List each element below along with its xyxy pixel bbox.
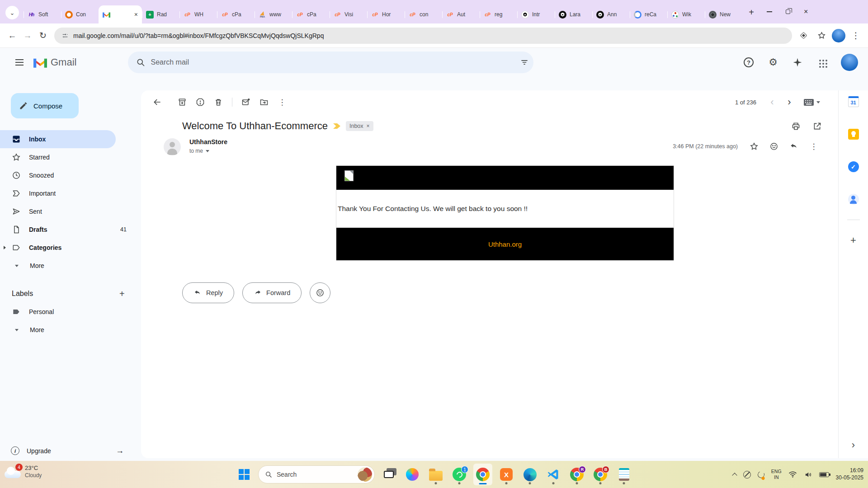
move-to-icon[interactable] xyxy=(255,93,273,111)
browser-tab[interactable]: Intr xyxy=(517,5,555,23)
mark-unread-icon[interactable] xyxy=(237,93,255,111)
browser-tab[interactable]: New xyxy=(705,5,742,23)
sidebar-item-inbox[interactable]: Inbox xyxy=(0,130,116,148)
tab-search-button[interactable]: ⌄ xyxy=(5,6,19,19)
sync-update-icon[interactable] xyxy=(757,470,765,479)
chrome-profile-b-button[interactable]: B xyxy=(591,464,610,485)
browser-tab[interactable]: con xyxy=(405,5,442,23)
google-apps-grid-icon[interactable] xyxy=(813,53,831,71)
taskbar-search[interactable]: Search xyxy=(258,465,375,483)
input-tools-button[interactable] xyxy=(803,99,820,106)
emoji-reaction-icon[interactable] xyxy=(766,138,782,155)
forward-icon[interactable]: → xyxy=(20,28,35,43)
recipient-dropdown[interactable]: to me xyxy=(189,148,227,154)
sidebar-item-categories[interactable]: Categories xyxy=(0,239,116,257)
file-explorer-button[interactable] xyxy=(426,464,445,485)
get-addons-icon[interactable]: + xyxy=(848,235,859,246)
task-view-button[interactable] xyxy=(379,464,398,485)
newer-icon[interactable]: ‹ xyxy=(764,94,780,110)
search-filter-icon[interactable] xyxy=(520,58,529,67)
star-message-icon[interactable] xyxy=(746,138,762,155)
browser-tab[interactable]: Lara xyxy=(555,5,592,23)
browser-tab[interactable]: cPa xyxy=(217,5,255,23)
more-options-icon[interactable]: ⋮ xyxy=(273,93,291,111)
browser-tab[interactable]: Wik xyxy=(667,5,705,23)
battery-icon[interactable] xyxy=(819,472,829,477)
address-bar[interactable]: mail.google.com/mail/u/0/?tab=rm&ogbl#in… xyxy=(54,28,792,44)
archive-icon[interactable] xyxy=(173,93,191,111)
sidebar-item-drafts[interactable]: Drafts 41 xyxy=(0,221,116,239)
browser-tab[interactable]: Soft xyxy=(24,5,61,23)
report-spam-icon[interactable] xyxy=(191,93,209,111)
hidden-icons-icon[interactable] xyxy=(732,473,737,478)
settings-gear-icon[interactable]: ⚙ xyxy=(764,53,782,71)
close-window-icon[interactable]: × xyxy=(804,8,808,15)
browser-tab[interactable]: Rad xyxy=(142,5,179,23)
close-tab-icon[interactable]: × xyxy=(134,11,138,18)
sender-avatar[interactable] xyxy=(164,138,181,155)
compose-button[interactable]: Compose xyxy=(11,93,79,118)
minimize-icon[interactable] xyxy=(767,11,772,12)
vscode-button[interactable] xyxy=(544,464,563,485)
back-to-inbox-icon[interactable] xyxy=(148,93,166,111)
start-button[interactable] xyxy=(235,464,254,485)
browser-tab[interactable]: Aut xyxy=(442,5,480,23)
reload-icon[interactable]: ↻ xyxy=(35,28,51,43)
wifi-icon[interactable] xyxy=(788,471,797,478)
sidebar-item-snoozed[interactable]: Snoozed xyxy=(0,166,116,184)
older-icon[interactable]: › xyxy=(782,94,797,110)
expand-arrow-icon[interactable] xyxy=(4,246,6,249)
sidebar-item-starred[interactable]: Starred xyxy=(0,148,116,166)
browser-tab[interactable]: Ann xyxy=(592,5,630,23)
browser-tab[interactable]: reg xyxy=(480,5,517,23)
gmail-logo[interactable]: Gmail xyxy=(33,56,76,68)
sidebar-label-personal[interactable]: Personal xyxy=(0,303,116,321)
create-label-icon[interactable]: + xyxy=(119,289,125,299)
weather-widget[interactable]: 4 23°C Cloudy xyxy=(5,465,42,479)
browser-tab-active-gmail[interactable]: × xyxy=(99,5,142,23)
sidebar-labels-more[interactable]: More xyxy=(0,321,116,339)
sidebar-item-important[interactable]: Important xyxy=(0,184,116,202)
help-icon[interactable]: ? xyxy=(740,53,758,71)
forward-button[interactable]: Forward xyxy=(242,282,302,303)
open-in-new-icon[interactable] xyxy=(812,122,822,131)
whatsapp-button[interactable]: 1 xyxy=(450,464,469,485)
browser-tab[interactable]: WH xyxy=(179,5,217,23)
print-icon[interactable] xyxy=(791,122,801,131)
browser-tab[interactable]: www xyxy=(255,5,292,23)
keep-icon[interactable] xyxy=(848,128,859,140)
maximize-restore-icon[interactable] xyxy=(786,9,790,14)
touchpad-off-icon[interactable] xyxy=(743,471,751,479)
reading-mode-icon[interactable] xyxy=(796,28,811,43)
message-more-icon[interactable]: ⋮ xyxy=(806,138,822,155)
uthhan-link[interactable]: Uthhan.org xyxy=(488,240,522,248)
browser-tab[interactable]: Visi xyxy=(330,5,367,23)
add-reaction-button[interactable] xyxy=(310,282,330,303)
inbox-label-chip[interactable]: Inbox × xyxy=(346,121,373,131)
reply-icon[interactable] xyxy=(786,138,802,155)
chrome-button-active[interactable] xyxy=(473,464,492,485)
edge-button[interactable] xyxy=(520,464,539,485)
xampp-button[interactable]: X xyxy=(497,464,516,485)
new-tab-button[interactable]: + xyxy=(745,6,758,19)
calendar-icon[interactable]: 31 xyxy=(848,96,859,108)
volume-icon[interactable] xyxy=(804,471,812,479)
chrome-profile-r-button[interactable]: R xyxy=(567,464,586,485)
arrow-right-icon[interactable]: → xyxy=(116,446,124,455)
sidebar-item-sent[interactable]: Sent xyxy=(0,202,116,221)
search-icon[interactable] xyxy=(136,58,145,67)
browser-profile-avatar[interactable] xyxy=(832,29,845,42)
notepad-button[interactable] xyxy=(614,464,633,485)
upgrade-row[interactable]: i Upgrade → xyxy=(11,446,124,455)
main-menu-icon[interactable] xyxy=(9,52,30,73)
collapse-panel-icon[interactable]: › xyxy=(852,439,855,451)
search-mail-input[interactable]: Search mail xyxy=(128,52,533,73)
browser-tab[interactable]: Con xyxy=(61,5,99,23)
clock[interactable]: 16:09 30-05-2025 xyxy=(836,467,863,481)
gemini-sparkle-icon[interactable] xyxy=(788,53,807,71)
browser-menu-icon[interactable]: ⋮ xyxy=(848,28,863,43)
site-info-icon[interactable] xyxy=(61,32,69,39)
sidebar-item-more[interactable]: More xyxy=(0,257,116,275)
back-icon[interactable]: ← xyxy=(5,28,20,43)
remove-label-icon[interactable]: × xyxy=(367,123,370,129)
